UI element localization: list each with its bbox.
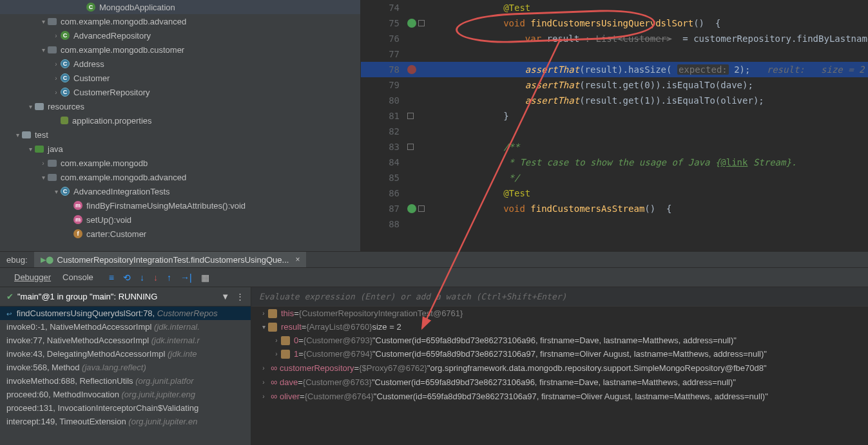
stack-frame[interactable]: proceed:60, MethodInvocation (org.junit.… xyxy=(0,388,251,401)
code-line[interactable]: 80 assertThat(result.get(1)).isEqualTo(o… xyxy=(361,93,868,108)
tree-item[interactable]: › C Customer xyxy=(0,71,360,85)
chevron-icon[interactable]: ▾ xyxy=(39,18,48,25)
stack-frame[interactable]: invoke:568, Method (java.lang.reflect) xyxy=(0,361,251,374)
variables-panel[interactable]: Evaluate expression (Enter) or add a wat… xyxy=(251,287,868,445)
tree-item[interactable]: ▾ resources xyxy=(0,99,360,113)
tree-item[interactable]: m findByFirstnameUsingMetaAttributes():v… xyxy=(0,198,360,213)
nav-icon[interactable] xyxy=(407,144,414,150)
tree-item[interactable]: m setUp():void xyxy=(0,213,360,227)
variable-row[interactable]: › ∞ dave = {Customer@6763} "Customer(id=… xyxy=(251,375,868,389)
code-line[interactable]: 78 assertThat(result).hasSize( expected:… xyxy=(361,62,868,77)
step-out-icon[interactable]: ↑ xyxy=(167,272,171,283)
stack-frame[interactable]: invoke0:-1, NativeMethodAccessorImpl (jd… xyxy=(0,320,251,334)
evaluate-input[interactable]: Evaluate expression (Enter) or add a wat… xyxy=(251,287,868,307)
chevron-icon[interactable]: ▾ xyxy=(26,146,35,153)
nav-icon[interactable] xyxy=(418,20,425,26)
step-into-icon[interactable]: ↓ xyxy=(140,272,144,283)
close-icon[interactable]: × xyxy=(295,255,300,264)
frames-panel[interactable]: ✔"main"@1 in group "main": RUNNING ▼ ⋮ ↩… xyxy=(0,287,251,445)
line-number[interactable]: 86 xyxy=(361,188,405,198)
nav-icon[interactable] xyxy=(407,113,414,119)
run-to-cursor-icon[interactable]: →| xyxy=(180,272,192,283)
filter-icon[interactable]: ▼ xyxy=(221,292,229,301)
run-redsh-icon[interactable] xyxy=(407,65,416,74)
thread-selector[interactable]: ✔"main"@1 in group "main": RUNNING ▼ ⋮ xyxy=(0,287,251,307)
line-number[interactable]: 76 xyxy=(361,33,405,44)
line-number[interactable]: 85 xyxy=(361,173,405,183)
line-number[interactable]: 79 xyxy=(361,80,405,90)
threads-icon[interactable]: ≡ xyxy=(109,272,114,283)
variable-row[interactable]: › 0 = {Customer@6793} "Customer(id=659fa… xyxy=(251,334,868,347)
chevron-icon[interactable] xyxy=(64,231,73,238)
chevron-icon[interactable]: ▾ xyxy=(52,188,61,195)
tree-item[interactable]: ▾ com.example.mongodb.advanced xyxy=(0,170,360,184)
line-number[interactable]: 88 xyxy=(361,219,405,229)
debug-run-tab[interactable]: ▶⬤ CustomerRepositoryIntegrationTest.fin… xyxy=(34,252,307,267)
line-number[interactable]: 80 xyxy=(361,95,405,106)
chevron-icon[interactable]: ▾ xyxy=(39,174,48,181)
tree-item[interactable]: › C AdvancedRepository xyxy=(0,28,360,43)
force-step-into-icon[interactable]: ↓ xyxy=(153,272,158,283)
variable-row[interactable]: › this = {CustomerRepositoryIntegrationT… xyxy=(251,307,868,320)
code-line[interactable]: 86 @Test xyxy=(361,185,868,201)
code-line[interactable]: 88 xyxy=(361,216,868,232)
code-line[interactable]: 74 @Test xyxy=(361,0,868,15)
chevron-icon[interactable]: › xyxy=(52,61,61,68)
nav-icon[interactable] xyxy=(418,205,425,212)
tree-item[interactable]: › com.example.mongodb xyxy=(0,156,360,170)
stack-frame[interactable]: intercept:149, TimeoutExtension (org.jun… xyxy=(0,415,251,428)
code-line[interactable]: 84 * Test case to show the usage of Java… xyxy=(361,155,868,170)
chevron-icon[interactable]: › xyxy=(52,89,61,96)
code-line[interactable]: 81 } xyxy=(361,108,868,124)
run-green-icon[interactable] xyxy=(407,204,416,213)
chevron-icon[interactable] xyxy=(52,117,61,124)
variable-row[interactable]: › 1 = {Customer@6794} "Customer(id=659fa… xyxy=(251,347,868,361)
chevron-icon[interactable]: › xyxy=(52,75,61,82)
tree-item[interactable]: ▾ java xyxy=(0,142,360,156)
chevron-icon[interactable]: ▾ xyxy=(259,323,268,330)
code-line[interactable]: 83 /** xyxy=(361,139,868,155)
chevron-icon[interactable]: ▾ xyxy=(26,103,35,110)
tree-item[interactable]: application.properties xyxy=(0,113,360,128)
tree-item[interactable]: › C Address xyxy=(0,57,360,71)
code-line[interactable]: 82 xyxy=(361,124,868,139)
line-number[interactable]: 84 xyxy=(361,157,405,167)
chevron-icon[interactable]: › xyxy=(272,337,281,344)
run-green-icon[interactable] xyxy=(407,19,416,28)
line-number[interactable]: 74 xyxy=(361,3,405,13)
code-line[interactable]: 87 void findCustomersAsStream() { xyxy=(361,201,868,216)
tree-item[interactable]: › C CustomerRepository xyxy=(0,85,360,99)
code-line[interactable]: 85 */ xyxy=(361,170,868,185)
code-line[interactable]: 77 xyxy=(361,46,868,62)
evaluate-icon[interactable]: ▦ xyxy=(201,272,209,283)
tree-item[interactable]: ▾ com.example.mongodb.advanced xyxy=(0,14,360,28)
tree-item[interactable]: C MongodbApplication xyxy=(0,0,360,14)
project-tree[interactable]: C MongodbApplication ▾ com.example.mongo… xyxy=(0,0,361,251)
chevron-icon[interactable] xyxy=(64,216,73,223)
code-line[interactable]: 75 void findCustomersUsingQuerydslSort()… xyxy=(361,15,868,31)
tree-item[interactable]: ▾ C AdvancedIntegrationTests xyxy=(0,184,360,198)
stack-frame[interactable]: proceed:131, InvocationInterceptorChain$… xyxy=(0,401,251,415)
variable-row[interactable]: › ∞ customerRepository = {$Proxy67@6762}… xyxy=(251,361,868,375)
code-line[interactable]: 76 var result : List<Customer> = custome… xyxy=(361,31,868,46)
chevron-icon[interactable]: › xyxy=(52,32,61,39)
line-number[interactable]: 83 xyxy=(361,142,405,152)
step-over-icon[interactable]: ⟲ xyxy=(123,272,131,283)
chevron-icon[interactable]: › xyxy=(39,160,48,167)
more-icon[interactable]: ⋮ xyxy=(236,292,244,301)
tree-item[interactable]: ▾ com.example.mongodb.customer xyxy=(0,43,360,57)
chevron-icon[interactable] xyxy=(77,4,86,11)
stack-frame[interactable]: ↩ findCustomersUsingQuerydslSort:78, Cus… xyxy=(0,307,251,320)
variable-row[interactable]: › ∞ oliver = {Customer@6764} "Customer(i… xyxy=(251,389,868,403)
stack-frame[interactable]: invoke:77, NativeMethodAccessorImpl (jdk… xyxy=(0,334,251,347)
console-subtab[interactable]: Console xyxy=(63,272,93,282)
chevron-icon[interactable] xyxy=(64,202,73,209)
chevron-icon[interactable]: › xyxy=(259,310,268,317)
chevron-icon[interactable]: ▾ xyxy=(13,131,22,138)
line-number[interactable]: 77 xyxy=(361,49,405,59)
code-editor[interactable]: 74 @Test 75 void findCustomersUsingQuery… xyxy=(361,0,868,251)
chevron-icon[interactable]: › xyxy=(259,393,268,400)
tree-item[interactable]: ▾ test xyxy=(0,128,360,142)
debugger-subtab[interactable]: Debugger xyxy=(14,272,51,282)
chevron-icon[interactable]: › xyxy=(259,365,268,372)
